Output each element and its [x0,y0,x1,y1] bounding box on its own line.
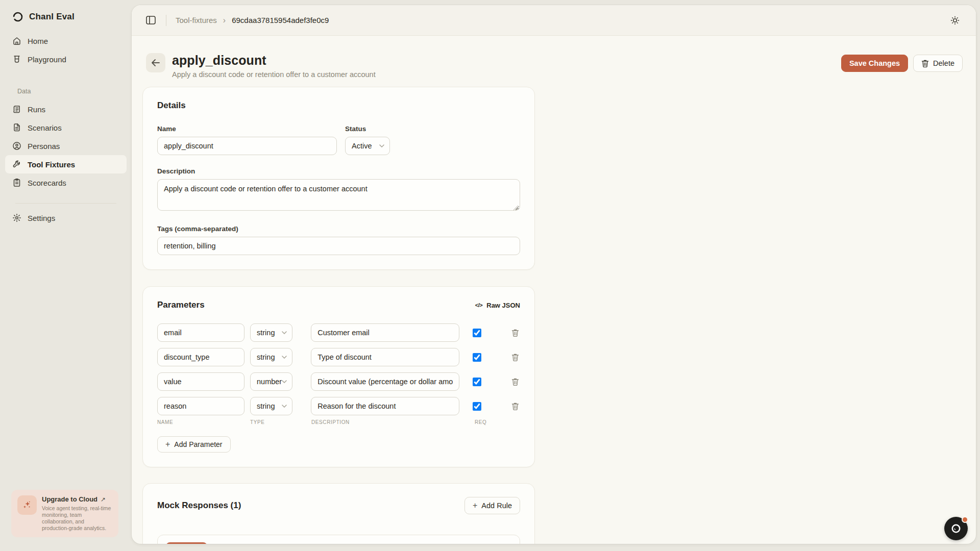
param-description-input[interactable] [311,397,459,415]
sparkles-icon [17,495,37,515]
breadcrumb-parent[interactable]: Tool-fixtures [176,16,217,24]
chevron-down-icon [282,405,287,408]
personas-icon [12,141,21,151]
default-badge: Default [166,542,207,544]
parameter-row: string [157,323,520,342]
delete-button[interactable]: Delete [913,55,963,72]
column-label-type: TYPE [250,419,293,425]
status-label: Status [345,125,390,133]
column-label-description: DESCRIPTION [311,419,461,425]
sidebar-toggle-button[interactable] [144,14,158,27]
param-type-select[interactable]: string [250,348,292,366]
sidebar-item-runs[interactable]: Runs [5,100,127,118]
plus-icon: + [165,440,170,448]
sidebar-item-scorecards[interactable]: Scorecards [5,173,127,192]
param-type-select[interactable]: number [250,372,292,391]
mock-responses-heading: Mock Responses (1) [157,500,241,511]
scorecards-icon [12,178,21,187]
breadcrumb-separator-icon: › [223,16,226,25]
sidebar-item-label: Runs [28,105,45,114]
param-required-checkbox[interactable] [473,402,481,411]
param-required-checkbox[interactable] [473,378,481,386]
add-rule-button[interactable]: + Add Rule [464,497,520,514]
parameter-column-headers: NAME TYPE DESCRIPTION REQ [157,419,520,425]
param-name-input[interactable] [157,397,244,415]
sidebar-item-label: Scorecards [28,179,66,187]
save-changes-button[interactable]: Save Changes [841,55,908,72]
sidebar-item-tool-fixtures[interactable]: Tool Fixtures [5,155,127,173]
scenarios-icon [12,123,21,132]
topbar-divider [166,15,166,26]
parameters-heading: Parameters [157,300,205,310]
sidebar-item-playground[interactable]: Playground [5,50,127,68]
brand-logo-icon [12,11,23,22]
description-textarea[interactable]: Apply a discount code or retention offer… [157,179,520,211]
runs-icon [12,105,21,114]
sidebar-item-home[interactable]: Home [5,32,127,50]
mock-responses-card: Mock Responses (1) + Add Rule Default Di… [142,483,535,544]
sidebar-item-personas[interactable]: Personas [5,137,127,155]
name-input[interactable] [157,137,337,155]
param-type-select[interactable]: string [250,397,292,415]
gear-icon [12,213,21,222]
sidebar-section-data: Data [5,88,127,95]
page-title: apply_discount [172,53,376,68]
param-delete-button[interactable] [510,377,520,387]
sidebar-item-label: Personas [28,142,60,151]
status-select[interactable]: Active [345,137,390,155]
sidebar-item-label: Settings [28,214,55,222]
notification-dot [962,516,968,523]
sidebar-divider [15,203,116,204]
tags-label: Tags (comma-separated) [157,225,520,233]
param-delete-button[interactable] [510,352,520,362]
add-parameter-button[interactable]: + Add Parameter [157,436,231,453]
param-description-input[interactable] [311,348,459,366]
content-area: apply_discount Apply a discount code or … [132,36,976,544]
external-arrow-icon: ↗ [101,496,106,503]
param-description-input[interactable] [311,323,459,342]
param-required-checkbox[interactable] [473,329,481,337]
details-heading: Details [157,101,520,111]
chevron-down-icon [282,331,287,334]
back-button[interactable] [146,53,165,72]
brand: Chanl Eval [0,0,132,22]
plus-icon: + [473,502,477,510]
sidebar: Chanl Eval Home Playground Data Runs [0,0,132,551]
name-label: Name [157,125,337,133]
parameters-card: Parameters </> Raw JSON string [142,286,535,467]
assistant-floating-button[interactable] [944,517,968,540]
parameter-row: number [157,372,520,391]
param-delete-button[interactable] [510,328,520,338]
upgrade-title: Upgrade to Cloud [42,495,97,503]
param-required-checkbox[interactable] [473,353,481,362]
mock-rule-card[interactable]: Default Discount applied [157,535,520,544]
theme-toggle-button[interactable] [948,14,962,27]
param-description-input[interactable] [311,372,459,391]
details-card: Details Name Status Active Description [142,87,535,270]
wrench-icon [12,160,21,169]
param-name-input[interactable] [157,348,244,366]
sidebar-item-settings[interactable]: Settings [5,209,127,227]
tags-input[interactable] [157,237,520,255]
sidebar-item-label: Scenarios [28,123,62,132]
sidebar-item-label: Playground [28,55,66,64]
param-type-select[interactable]: string [250,323,292,342]
param-delete-button[interactable] [510,401,520,411]
home-icon [12,36,21,45]
breadcrumb-current: 69cdaa37815954adef3fe0c9 [232,16,329,24]
upgrade-to-cloud-card[interactable]: Upgrade to Cloud ↗ Voice agent testing, … [11,490,118,537]
page-header: apply_discount Apply a discount code or … [146,53,963,79]
brand-name: Chanl Eval [29,12,75,22]
description-label: Description [157,167,520,175]
param-name-input[interactable] [157,323,244,342]
param-name-input[interactable] [157,372,244,391]
sidebar-item-label: Home [28,37,48,45]
column-label-req: REQ [475,419,486,425]
sidebar-item-scenarios[interactable]: Scenarios [5,118,127,137]
chevron-down-icon [282,356,287,359]
raw-json-button[interactable]: </> Raw JSON [475,302,520,309]
trash-icon [921,59,929,67]
parameter-row: string [157,397,520,415]
chevron-down-icon [379,144,384,147]
parameter-row: string [157,348,520,366]
